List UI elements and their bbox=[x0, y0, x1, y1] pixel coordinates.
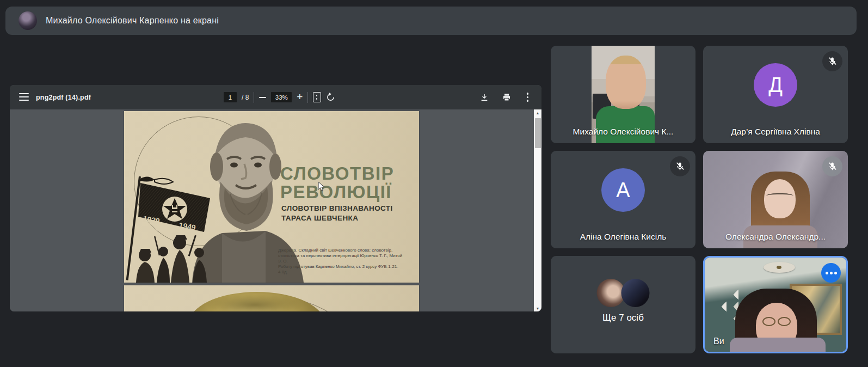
slide-author-text: Роботу підготував Карпенко Михайло, ст. … bbox=[278, 264, 406, 275]
participant-initial-avatar: А bbox=[601, 168, 645, 212]
presenter-banner-label: Михайло Олексійович Карпенко на екрані bbox=[46, 7, 219, 35]
participant-initial-avatar: Д bbox=[754, 63, 797, 107]
mic-muted-icon bbox=[822, 51, 842, 71]
screen-share-pdf-viewer: png2pdf (14).pdf 1 / 8 33% + bbox=[10, 85, 541, 311]
participant-name: Михайло Олексійович К... bbox=[551, 127, 695, 137]
pdf-filename: png2pdf (14).pdf bbox=[36, 85, 91, 109]
participant-tile-alina[interactable]: А Аліна Олегівна Кисіль bbox=[551, 151, 695, 248]
scroll-down-icon[interactable]: ▼ bbox=[534, 305, 541, 311]
download-icon[interactable] bbox=[480, 93, 489, 102]
slide-source-text: Джерела. Складний світ шевченкового слов… bbox=[278, 248, 406, 265]
toolbar-divider bbox=[307, 92, 308, 103]
menu-icon[interactable] bbox=[19, 93, 29, 101]
scrollbar-thumb[interactable] bbox=[535, 118, 541, 148]
rotate-icon[interactable] bbox=[326, 93, 335, 102]
slide-title: СЛОВОТВІР РЕВОЛЮЦІЇ bbox=[280, 164, 394, 201]
participant-tile-mykhailo[interactable]: Михайло Олексійович К... bbox=[551, 46, 695, 143]
revolution-flag-illustration: 1929 1949 bbox=[124, 171, 222, 283]
print-icon[interactable] bbox=[502, 93, 511, 102]
page-number-input[interactable]: 1 bbox=[224, 92, 237, 102]
pdf-page-1: 1929 1949 СЛОВОТВІР bbox=[124, 111, 419, 283]
self-tile-options-icon[interactable] bbox=[821, 263, 841, 283]
participant-tile-daria[interactable]: Д Дар’я Сергіївна Хлівна bbox=[703, 46, 848, 143]
page-count-label: / 8 bbox=[242, 94, 249, 101]
participant-name: Дар’я Сергіївна Хлівна bbox=[703, 127, 848, 137]
pdf-scrollbar[interactable]: ▲ ▼ bbox=[534, 109, 541, 311]
participant-name: Аліна Олегівна Кисіль bbox=[551, 232, 695, 242]
toolbar-divider bbox=[254, 92, 254, 103]
pdf-toolbar: png2pdf (14).pdf 1 / 8 33% + bbox=[10, 85, 541, 109]
meet-call-screen: Михайло Олексійович Карпенко на екрані p… bbox=[0, 0, 868, 367]
participant-name: Олександра Олександр... bbox=[703, 232, 848, 242]
presenter-banner: Михайло Олексійович Карпенко на екрані bbox=[5, 7, 857, 35]
zoom-level-input[interactable]: 33% bbox=[271, 92, 292, 102]
pdf-canvas: 1929 1949 СЛОВОТВІР bbox=[10, 109, 541, 311]
fit-page-icon[interactable] bbox=[313, 92, 321, 102]
avatar bbox=[621, 279, 650, 307]
self-view-tile[interactable]: Ви bbox=[703, 256, 848, 353]
scroll-up-icon[interactable]: ▲ bbox=[534, 109, 541, 116]
more-actions-icon[interactable] bbox=[525, 91, 531, 102]
zoom-out-icon[interactable] bbox=[259, 97, 266, 98]
overflow-count-label: Ще 7 осіб bbox=[551, 313, 695, 323]
presenter-avatar bbox=[19, 11, 37, 30]
zoom-in-icon[interactable]: + bbox=[297, 91, 303, 102]
slide-subtitle: СЛОВОТВІР ВПІЗНАВАНОСТІ ТАРАСА ШЕВЧЕНКА bbox=[281, 204, 393, 223]
pdf-page-2 bbox=[124, 285, 419, 311]
mic-muted-icon bbox=[670, 156, 690, 176]
self-label: Ви bbox=[713, 337, 724, 346]
mouse-cursor-icon bbox=[318, 181, 326, 192]
participants-overflow-tile[interactable]: Ще 7 осіб bbox=[551, 256, 695, 353]
participant-tile-oleksandra[interactable]: Олександра Олександр... bbox=[703, 151, 848, 248]
mic-muted-icon bbox=[822, 156, 842, 176]
overflow-avatars bbox=[597, 279, 650, 307]
